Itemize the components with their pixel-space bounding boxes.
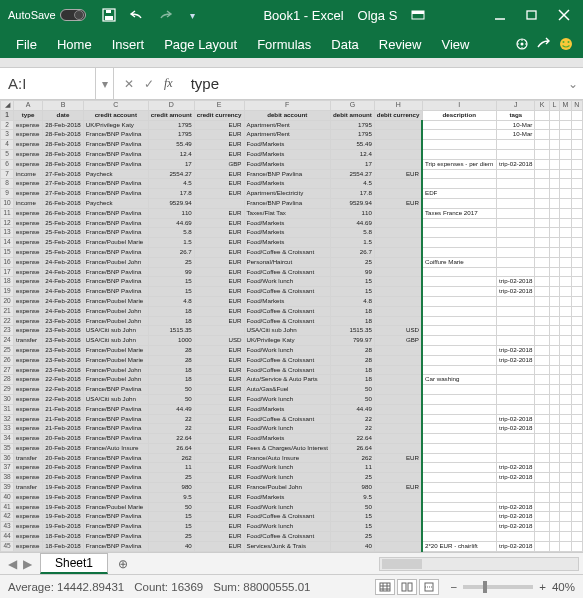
cell[interactable]: 24-Feb-2018	[43, 296, 84, 306]
cell[interactable]: 99	[148, 267, 194, 277]
cell[interactable]	[560, 316, 572, 326]
cell[interactable]: expense	[14, 130, 43, 140]
cell[interactable]	[571, 179, 582, 189]
cell[interactable]: credit currency	[194, 110, 244, 120]
cell[interactable]: 17	[148, 159, 194, 169]
cell[interactable]	[374, 208, 422, 218]
cell[interactable]	[422, 287, 497, 297]
cell[interactable]	[549, 277, 559, 287]
cell[interactable]	[549, 149, 559, 159]
cell[interactable]: expense	[14, 208, 43, 218]
cell[interactable]: 20-Feb-2018	[43, 434, 84, 444]
cell[interactable]	[374, 414, 422, 424]
cell[interactable]: Food/Work lunch	[244, 394, 331, 404]
cell[interactable]: USA/Citi sub John	[83, 326, 148, 336]
cell[interactable]	[535, 306, 549, 316]
cell[interactable]	[571, 120, 582, 130]
cell[interactable]: Food/Markets	[244, 149, 331, 159]
cell[interactable]: 25-Feb-2018	[43, 228, 84, 238]
cell[interactable]: EUR	[374, 483, 422, 493]
cell[interactable]	[535, 218, 549, 228]
cell[interactable]: 20-Feb-2018	[43, 443, 84, 453]
cell[interactable]	[422, 502, 497, 512]
cell[interactable]: 10-Mar	[497, 120, 535, 130]
ribbon-display-icon[interactable]	[411, 9, 425, 21]
cell[interactable]: 17.8	[148, 189, 194, 199]
cell[interactable]	[560, 385, 572, 395]
cell[interactable]: date	[43, 110, 84, 120]
cell[interactable]	[560, 218, 572, 228]
cell[interactable]: Food/Work lunch	[244, 345, 331, 355]
col-header[interactable]: K	[535, 101, 549, 111]
cell[interactable]	[374, 257, 422, 267]
cell[interactable]	[535, 483, 549, 493]
row-header[interactable]: 25	[1, 345, 14, 355]
row-header[interactable]: 12	[1, 218, 14, 228]
cell[interactable]	[549, 492, 559, 502]
cell[interactable]	[560, 424, 572, 434]
cell[interactable]	[549, 345, 559, 355]
page-layout-view-icon[interactable]	[397, 579, 417, 595]
cell[interactable]: 18-Feb-2018	[43, 541, 84, 551]
cell[interactable]: 1795	[331, 130, 375, 140]
cell[interactable]	[549, 385, 559, 395]
cell[interactable]: France/BNP Pavlina	[83, 463, 148, 473]
cell[interactable]	[549, 179, 559, 189]
cell[interactable]: 11	[148, 463, 194, 473]
cell[interactable]	[535, 424, 549, 434]
col-header[interactable]: E	[194, 101, 244, 111]
row-header[interactable]: 33	[1, 424, 14, 434]
cell[interactable]: France/Poubel Marie	[83, 502, 148, 512]
cell[interactable]	[571, 463, 582, 473]
row-header[interactable]: 2	[1, 120, 14, 130]
cell[interactable]: EUR	[194, 316, 244, 326]
tell-me-icon[interactable]	[511, 37, 533, 51]
cell[interactable]: EUR	[194, 218, 244, 228]
cell[interactable]: 18	[148, 316, 194, 326]
cell[interactable]: France/BNP Pavlina	[83, 140, 148, 150]
zoom-out-icon[interactable]: −	[451, 581, 458, 593]
cell[interactable]	[497, 189, 535, 199]
cell[interactable]: 15	[331, 512, 375, 522]
cell[interactable]: 2554.27	[148, 169, 194, 179]
cell[interactable]: 22	[148, 424, 194, 434]
cell[interactable]: USA/Citi sub John	[83, 394, 148, 404]
cell[interactable]: USA/Citi sub John	[244, 326, 331, 336]
cell[interactable]: 18	[148, 365, 194, 375]
cell[interactable]: 18	[331, 306, 375, 316]
cell[interactable]	[374, 522, 422, 532]
cell[interactable]	[422, 149, 497, 159]
qat-customize-icon[interactable]: ▾	[184, 6, 202, 24]
cell[interactable]	[374, 404, 422, 414]
sheet-tab-active[interactable]: Sheet1	[40, 553, 108, 574]
cell[interactable]	[497, 306, 535, 316]
cell[interactable]	[560, 336, 572, 346]
cell[interactable]	[571, 355, 582, 365]
cell[interactable]	[571, 512, 582, 522]
maximize-icon[interactable]	[523, 6, 541, 24]
cell[interactable]	[549, 404, 559, 414]
cell[interactable]	[560, 414, 572, 424]
col-header[interactable]: J	[497, 101, 535, 111]
cell[interactable]	[535, 316, 549, 326]
cell[interactable]	[560, 355, 572, 365]
cell[interactable]	[535, 502, 549, 512]
cell[interactable]	[535, 198, 549, 208]
cell[interactable]: France/BNP Pavlina	[83, 522, 148, 532]
cell[interactable]	[535, 512, 549, 522]
cell[interactable]	[549, 463, 559, 473]
cell[interactable]	[549, 247, 559, 257]
cell[interactable]	[422, 512, 497, 522]
cell[interactable]: 28	[148, 355, 194, 365]
cell[interactable]: EUR	[194, 463, 244, 473]
cell[interactable]: Food/Markets	[244, 140, 331, 150]
row-header[interactable]: 40	[1, 492, 14, 502]
cell[interactable]	[422, 267, 497, 277]
cell[interactable]	[535, 355, 549, 365]
cell[interactable]	[422, 169, 497, 179]
cell[interactable]	[549, 189, 559, 199]
cell[interactable]: 9529.94	[331, 198, 375, 208]
cell[interactable]	[549, 453, 559, 463]
close-icon[interactable]	[555, 6, 573, 24]
cell[interactable]: expense	[14, 532, 43, 542]
